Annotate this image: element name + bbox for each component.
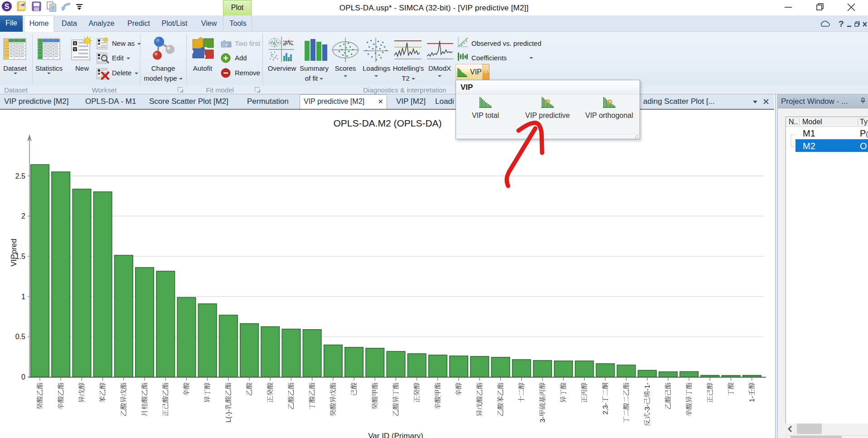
svg-text:VIPpred: VIPpred — [10, 238, 18, 266]
svg-text:OPLS-DA.M2 (OPLS-DA): OPLS-DA.M2 (OPLS-DA) — [333, 118, 441, 128]
svg-text:Y: Y — [73, 47, 76, 52]
svg-text:0: 0 — [21, 373, 25, 381]
svg-text:P: P — [546, 98, 550, 106]
svg-text:2.5: 2.5 — [15, 172, 25, 180]
svg-text:0.5: 0.5 — [15, 333, 25, 341]
svg-text:O: O — [607, 98, 612, 106]
svg-text:?: ? — [839, 19, 844, 29]
svg-text:2: 2 — [21, 212, 25, 220]
svg-text:X: X — [73, 41, 76, 46]
svg-text:1: 1 — [21, 293, 25, 301]
svg-text:S: S — [5, 3, 10, 10]
svg-text:Var ID (Primary): Var ID (Primary) — [368, 432, 423, 438]
